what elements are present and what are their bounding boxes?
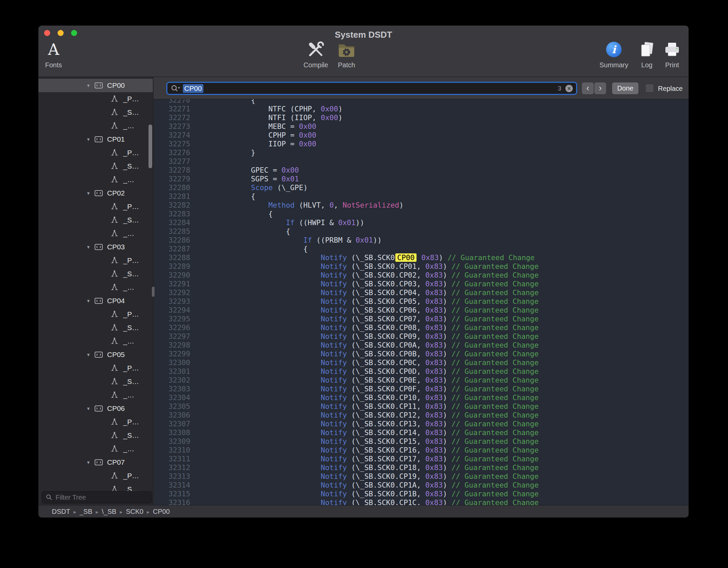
tree-child-item[interactable]: _… [38,281,153,294]
tree-child-item[interactable]: _P… [38,92,153,106]
tree-child-item[interactable]: _… [38,388,153,402]
line-number: 32305 [154,402,190,411]
disclosure-triangle-icon[interactable]: ▼ [86,352,93,357]
line-number: 32298 [154,341,190,350]
scope-icon [94,82,103,89]
tree-item-cp06[interactable]: ▼CP06 [38,402,153,415]
tree-child-label: _S… [123,162,139,170]
code-text: CPHP = 0x00 [190,131,317,140]
line-number: 32297 [154,332,190,341]
line-number: 32314 [154,481,190,490]
code-line: 32296 Notify (\_SB.SCK0.CP08, 0x83) // G… [154,323,539,332]
code-text: MEBC = 0x00 [190,122,317,131]
tree-child-item[interactable]: _S… [38,106,153,119]
disclosure-triangle-icon[interactable]: ▼ [86,245,93,250]
find-previous-button[interactable]: ‹ [582,82,594,94]
tree-item-cp03[interactable]: ▼CP03 [38,240,153,254]
method-icon [110,256,119,264]
tree-child-item[interactable]: _… [38,334,153,348]
tree-item-cp04[interactable]: ▼CP04 [38,294,153,308]
find-next-button[interactable]: › [594,82,606,94]
tree-item-cp05[interactable]: ▼CP05 [38,348,153,361]
done-button[interactable]: Done [612,82,638,94]
line-number: 32304 [154,393,190,402]
code-line: 32305 Notify (\_SB.SCK0.CP11, 0x83) // G… [154,402,539,411]
tree-child-item[interactable]: _P… [38,200,153,213]
tree-child-item[interactable]: _S… [38,429,153,442]
code-line: 32294 Notify (\_SB.SCK0.CP06, 0x83) // G… [154,306,539,315]
line-number: 32313 [154,472,190,481]
toolbar-print-button[interactable]: Print [657,39,687,69]
tree-child-item[interactable]: _… [38,173,153,186]
tree-child-item[interactable]: _… [38,442,153,456]
tree-child-item[interactable]: _P… [38,361,153,375]
method-icon [110,364,119,372]
code-text: } [190,148,255,157]
tree-item-cp00[interactable]: ▼CP00 [38,79,153,92]
breadcrumb-item[interactable]: CP00 [153,508,170,515]
line-number: 32311 [154,455,190,463]
code-text: Notify (\_SB.SCK0.CP01, 0x83) // Guarant… [190,262,539,271]
line-number: 32276 [154,148,190,157]
breadcrumb-item[interactable]: _SB [79,508,92,515]
tree-child-item[interactable]: _S… [38,321,153,334]
code-line: 32297 Notify (\_SB.SCK0.CP09, 0x83) // G… [154,332,539,341]
sidebar-scrollbar[interactable] [148,125,152,168]
tree-child-label: _P… [123,418,139,426]
code-line: 32316 Notify (\_SB.SCK0.CP1C, 0x83) // G… [154,498,539,505]
disclosure-triangle-icon[interactable]: ▼ [86,83,93,88]
filter-placeholder: Filter Tree [56,494,86,501]
breadcrumb-separator-icon: ▸ [120,509,123,515]
code-line: 32295 Notify (\_SB.SCK0.CP07, 0x83) // G… [154,315,539,323]
tree-child-item[interactable]: _… [38,119,153,133]
toolbar-fonts-button[interactable]: A Fonts [38,39,70,69]
tree-child-item[interactable]: _S… [38,267,153,281]
code-text: Notify (\_SB.SCK0.CP0E, 0x83) // Guarant… [190,376,539,385]
toolbar-compile-button[interactable]: Compile [299,39,333,69]
line-number: 32287 [154,245,190,253]
tree-item-cp07[interactable]: ▼CP07 [38,456,153,469]
tree-child-item[interactable]: _P… [38,308,153,321]
find-input[interactable]: CP00 3 ✕ [166,82,577,95]
code-editor[interactable]: 32270 {32271 NTFC (CPHP, 0x00)32272 NTFI… [154,99,689,505]
clear-search-icon[interactable]: ✕ [565,85,573,92]
code-text: Notify (\_SB.SCK0.CP0A, 0x83) // Guarant… [190,341,539,350]
breadcrumb-item[interactable]: \_SB [102,508,116,515]
tree-child-item[interactable]: _S… [38,375,153,388]
code-line: 32299 Notify (\_SB.SCK0.CP0B, 0x83) // G… [154,350,539,358]
search-match-highlight: CP00 [395,253,417,262]
filter-tree-field[interactable]: Filter Tree [42,491,152,503]
tree-item-cp01[interactable]: ▼CP01 [38,133,153,146]
breadcrumb-item[interactable]: DSDT [52,508,70,515]
scope-icon [94,405,103,412]
tree-child-item[interactable]: _P… [38,469,153,483]
tree-child-item[interactable]: _P… [38,415,153,429]
disclosure-triangle-icon[interactable]: ▼ [86,191,93,196]
code-text: Notify (\_SB.SCK0.CP0B, 0x83) // Guarant… [190,350,539,358]
breadcrumb-item[interactable]: SCK0 [126,508,143,515]
tree-child-item[interactable]: _… [38,227,153,240]
tree-child-item[interactable]: _S… [38,483,153,491]
code-line: 32273 MEBC = 0x00 [154,122,539,131]
search-menu-icon[interactable] [171,84,181,93]
disclosure-triangle-icon[interactable]: ▼ [86,406,93,411]
code-text: { [190,192,255,201]
toolbar-patch-button[interactable]: Patch [330,39,363,69]
toolbar-summary-button[interactable]: i Summary [597,39,631,69]
tree-child-item[interactable]: _S… [38,159,153,173]
pane-splitter-handle[interactable] [152,287,155,297]
code-lines: 32270 {32271 NTFC (CPHP, 0x00)32272 NTFI… [154,99,539,505]
code-line: 32286 If ((PRBM & 0x01)) [154,236,539,245]
tree-child-item[interactable]: _P… [38,146,153,159]
tree-child-item[interactable]: _P… [38,254,153,267]
tree-child-item[interactable]: _S… [38,213,153,227]
disclosure-triangle-icon[interactable]: ▼ [86,460,93,465]
tree-item-label: CP01 [107,135,125,143]
code-line: 32298 Notify (\_SB.SCK0.CP0A, 0x83) // G… [154,341,539,350]
code-line: 32313 Notify (\_SB.SCK0.CP19, 0x83) // G… [154,472,539,481]
disclosure-triangle-icon[interactable]: ▼ [86,298,93,304]
tree-item-cp02[interactable]: ▼CP02 [38,186,153,200]
disclosure-triangle-icon[interactable]: ▼ [86,137,93,142]
line-number: 32283 [154,210,190,218]
replace-checkbox[interactable] [645,84,654,93]
